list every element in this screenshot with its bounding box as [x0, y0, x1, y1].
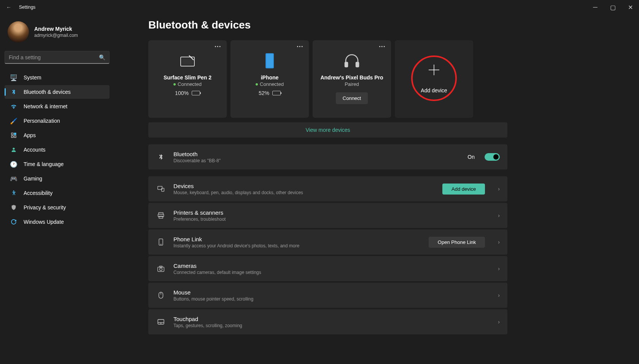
- nav-label: Privacy & security: [24, 204, 66, 210]
- nav-network[interactable]: Network & internet: [5, 100, 110, 113]
- device-card-iphone[interactable]: ••• iPhone Connected 52%: [230, 40, 309, 118]
- bluetooth-icon: [10, 88, 17, 96]
- nav-label: Gaming: [24, 176, 42, 182]
- view-more-link[interactable]: View more devices: [148, 122, 507, 138]
- row-title: Touchpad: [173, 316, 491, 322]
- pen-tablet-icon: [178, 52, 197, 69]
- device-name: Andrew's Pixel Buds Pro: [320, 74, 383, 81]
- nav-list: 🖥️System Bluetooth & devices Network & i…: [5, 71, 110, 229]
- minimize-button[interactable]: ─: [587, 0, 604, 14]
- profile-section[interactable]: Andrew Myrick admyrick@gmail.com: [5, 17, 110, 49]
- nav-gaming[interactable]: 🎮Gaming: [5, 172, 110, 185]
- status-dot-icon: [173, 83, 176, 85]
- bluetooth-row[interactable]: Bluetooth Discoverable as "BB-8" On: [148, 144, 507, 169]
- row-title: Bluetooth: [173, 151, 467, 157]
- svg-point-5: [13, 190, 14, 191]
- row-title: Printers & scanners: [173, 209, 491, 216]
- svg-rect-24: [160, 266, 162, 267]
- accessibility-icon: [10, 189, 17, 197]
- nav-privacy[interactable]: Privacy & security: [5, 201, 110, 214]
- svg-rect-7: [182, 59, 193, 65]
- open-phonelink-button[interactable]: Open Phone Link: [429, 237, 485, 248]
- search-input[interactable]: [9, 54, 99, 60]
- svg-point-4: [13, 148, 14, 150]
- camera-icon: [156, 265, 166, 272]
- bluetooth-toggle[interactable]: [485, 153, 500, 161]
- row-title: Devices: [173, 183, 442, 189]
- svg-rect-1: [14, 133, 16, 135]
- printers-row[interactable]: Printers & scanners Preferences, trouble…: [148, 203, 507, 228]
- devices-row[interactable]: Devices Mouse, keyboard, pen, audio, dis…: [148, 176, 507, 201]
- phonelink-row[interactable]: Phone Link Instantly access your Android…: [148, 229, 507, 255]
- nav-label: Personalization: [24, 118, 60, 124]
- touchpad-row[interactable]: Touchpad Taps, gestures, scrolling, zoom…: [148, 309, 507, 334]
- nav-accessibility[interactable]: Accessibility: [5, 186, 110, 200]
- printer-icon: [156, 212, 166, 219]
- nav-personalization[interactable]: 🖌️Personalization: [5, 114, 110, 128]
- touchpad-icon: [156, 319, 166, 325]
- chevron-right-icon: ›: [498, 239, 500, 245]
- search-box[interactable]: 🔍: [5, 51, 110, 64]
- chevron-right-icon: ›: [498, 319, 500, 325]
- close-button[interactable]: ✕: [622, 0, 639, 14]
- nav-accounts[interactable]: Accounts: [5, 143, 110, 157]
- system-icon: 🖥️: [10, 74, 17, 81]
- card-more-icon[interactable]: •••: [379, 44, 386, 49]
- shield-icon: [10, 204, 17, 211]
- chevron-right-icon: ›: [498, 266, 500, 272]
- card-more-icon[interactable]: •••: [297, 44, 304, 49]
- content-area: Bluetooth & devices ••• Surface Slim Pen…: [114, 14, 639, 364]
- page-title: Bluetooth & devices: [148, 19, 616, 31]
- mouse-row[interactable]: Mouse Buttons, mouse pointer speed, scro…: [148, 283, 507, 308]
- device-name: iPhone: [261, 74, 279, 81]
- devices-icon: [156, 185, 166, 193]
- device-battery: 52%: [259, 90, 281, 96]
- wifi-icon: [10, 103, 17, 110]
- row-subtitle: Taps, gestures, scrolling, zooming: [173, 323, 491, 328]
- row-subtitle: Discoverable as "BB-8": [173, 158, 467, 163]
- add-device-card[interactable]: Add device: [395, 40, 473, 118]
- connect-button[interactable]: Connect: [336, 92, 368, 104]
- chevron-right-icon: ›: [498, 292, 500, 298]
- profile-name: Andrew Myrick: [34, 26, 78, 32]
- nav-apps[interactable]: Apps: [5, 128, 110, 142]
- svg-rect-11: [345, 62, 348, 67]
- device-card-pixelbuds[interactable]: ••• Andrew's Pixel Buds Pro Paired Conne…: [313, 40, 391, 118]
- battery-icon: [272, 91, 281, 95]
- nav-label: Accounts: [24, 147, 46, 153]
- device-status: Connected: [256, 81, 284, 87]
- phone-icon: [265, 52, 275, 69]
- back-button[interactable]: ←: [6, 4, 11, 10]
- search-icon: 🔍: [99, 54, 105, 60]
- device-name: Surface Slim Pen 2: [164, 74, 211, 81]
- mouse-icon: [156, 291, 166, 299]
- brush-icon: 🖌️: [10, 117, 17, 125]
- chevron-right-icon: ›: [498, 186, 500, 192]
- row-subtitle: Buttons, mouse pointer speed, scrolling: [173, 296, 491, 302]
- nav-time[interactable]: 🕐Time & language: [5, 157, 110, 171]
- update-icon: [10, 218, 17, 226]
- svg-rect-22: [158, 267, 164, 272]
- add-device-button[interactable]: Add device: [442, 184, 485, 195]
- person-icon: [10, 146, 17, 154]
- bluetooth-icon: [156, 154, 166, 160]
- nav-bluetooth[interactable]: Bluetooth & devices: [5, 85, 110, 99]
- svg-rect-12: [356, 62, 359, 67]
- device-battery: 100%: [175, 90, 200, 96]
- nav-label: System: [24, 74, 41, 81]
- phone-icon: [156, 238, 166, 246]
- row-subtitle: Mouse, keyboard, pen, audio, displays an…: [173, 190, 442, 195]
- device-cards: ••• Surface Slim Pen 2 Connected 100% ••…: [148, 40, 616, 118]
- nav-update[interactable]: Windows Update: [5, 215, 110, 229]
- nav-label: Time & language: [24, 161, 64, 167]
- cameras-row[interactable]: Cameras Connected cameras, default image…: [148, 256, 507, 281]
- svg-rect-2: [11, 136, 13, 138]
- chevron-right-icon: ›: [498, 212, 500, 218]
- card-more-icon[interactable]: •••: [215, 44, 221, 49]
- maximize-button[interactable]: ▢: [604, 0, 622, 14]
- svg-rect-0: [11, 133, 13, 135]
- nav-system[interactable]: 🖥️System: [5, 71, 110, 84]
- device-card-pen[interactable]: ••• Surface Slim Pen 2 Connected 100%: [148, 40, 227, 118]
- status-dot-icon: [256, 83, 258, 85]
- svg-rect-3: [14, 136, 16, 138]
